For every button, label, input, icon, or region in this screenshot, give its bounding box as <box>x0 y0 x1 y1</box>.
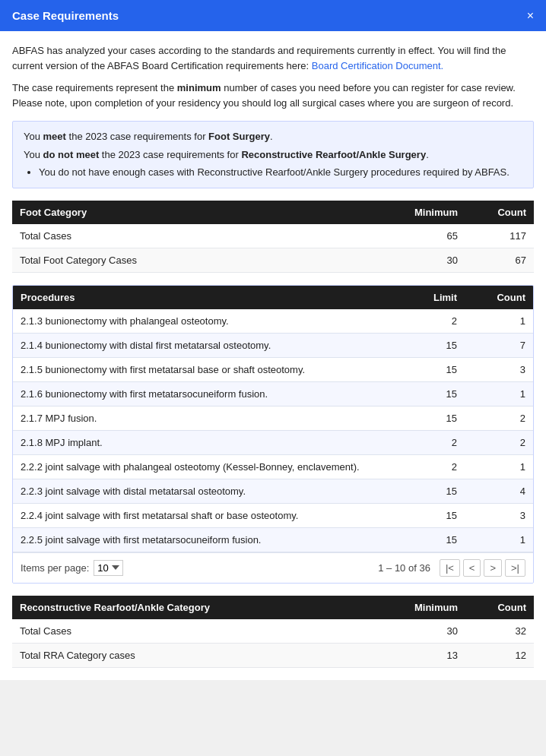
proc-row-count: 3 <box>465 503 533 527</box>
modal-title: Case Requirements <box>12 9 119 22</box>
proc-row-count: 1 <box>465 454 533 479</box>
page-range-info: 1 – 10 of 36 <box>378 562 430 574</box>
proc-count-col-header: Count <box>465 286 533 309</box>
foot-row-count: 67 <box>465 248 534 272</box>
proc-row-limit: 15 <box>396 381 465 406</box>
proc-row-count: 1 <box>465 527 533 552</box>
rra-row-name: Total Cases <box>12 619 397 644</box>
close-button[interactable]: × <box>527 10 534 22</box>
case-requirements-modal: Case Requirements × ABFAS has analyzed y… <box>0 0 546 680</box>
foot-count-col-header: Count <box>465 201 534 224</box>
proc-row-name: 2.1.7 MPJ fusion. <box>13 406 396 430</box>
table-row: 2.1.8 MPJ implant. 2 2 <box>13 430 533 454</box>
table-row: 2.2.5 joint salvage with first metatarso… <box>13 527 533 552</box>
foot-category-table: Foot Category Minimum Count Total Cases … <box>12 201 534 273</box>
proc-limit-col-header: Limit <box>396 286 465 309</box>
proc-row-name: 2.1.3 bunionectomy with phalangeal osteo… <box>13 309 396 334</box>
proc-row-limit: 15 <box>396 333 465 357</box>
procedures-container: Procedures Limit Count 2.1.3 bunionectom… <box>12 285 534 584</box>
intro-paragraph-2: The case requirements represent the mini… <box>12 81 534 110</box>
proc-row-count: 1 <box>465 309 533 334</box>
table-row: 2.1.6 bunionectomy with first metatarsoc… <box>13 381 533 406</box>
pagination-right: 1 – 10 of 36 |< < > >| <box>378 559 525 577</box>
rra-row-count: 12 <box>465 643 534 667</box>
proc-row-count: 3 <box>465 357 533 381</box>
rra-row-name: Total RRA Category cases <box>12 643 397 667</box>
table-row: 2.1.4 bunionectomy with distal first met… <box>13 333 533 357</box>
board-cert-link[interactable]: Board Certification Document. <box>312 60 443 71</box>
table-row: 2.1.7 MPJ fusion. 15 2 <box>13 406 533 430</box>
proc-row-name: 2.1.6 bunionectomy with first metatarsoc… <box>13 381 396 406</box>
foot-minimum-col-header: Minimum <box>397 201 465 224</box>
rra-row-minimum: 30 <box>397 619 465 644</box>
foot-category-col-header: Foot Category <box>12 201 397 224</box>
proc-row-limit: 15 <box>396 503 465 527</box>
rra-row-minimum: 13 <box>397 643 465 667</box>
table-row: Total Cases 65 117 <box>12 224 534 248</box>
proc-row-limit: 15 <box>396 479 465 503</box>
proc-row-name: 2.2.2 joint salvage with phalangeal oste… <box>13 454 396 479</box>
rra-count-col-header: Count <box>465 596 534 619</box>
alert-line-2: You do not meet the 2023 case requiremen… <box>24 147 522 163</box>
proc-row-limit: 15 <box>396 406 465 430</box>
rra-row-count: 32 <box>465 619 534 644</box>
foot-row-minimum: 65 <box>397 224 465 248</box>
proc-row-name: 2.2.4 joint salvage with first metatarsa… <box>13 503 396 527</box>
proc-row-name: 2.2.5 joint salvage with first metatarso… <box>13 527 396 552</box>
alert-rra: Reconstructive Rearfoot/Ankle Surgery <box>241 149 426 160</box>
proc-row-count: 1 <box>465 381 533 406</box>
proc-row-name: 2.1.4 bunionectomy with distal first met… <box>13 333 396 357</box>
rra-minimum-col-header: Minimum <box>397 596 465 619</box>
table-row: Total Cases 30 32 <box>12 619 534 644</box>
prev-page-button[interactable]: < <box>463 559 481 577</box>
alert-bullet-1: You do not have enough cases with Recons… <box>39 165 522 180</box>
proc-row-limit: 2 <box>396 309 465 334</box>
proc-row-limit: 2 <box>396 430 465 454</box>
alert-list: You do not have enough cases with Recons… <box>39 165 522 180</box>
proc-row-name: 2.1.8 MPJ implant. <box>13 430 396 454</box>
foot-row-name: Total Foot Category Cases <box>12 248 397 272</box>
items-per-page-select[interactable]: 5102550 <box>94 560 123 576</box>
next-page-button[interactable]: > <box>484 559 502 577</box>
proc-row-count: 2 <box>465 406 533 430</box>
proc-row-name: 2.2.3 joint salvage with distal metatars… <box>13 479 396 503</box>
table-row: 2.2.2 joint salvage with phalangeal oste… <box>13 454 533 479</box>
alert-line-1: You meet the 2023 case requirements for … <box>24 129 522 144</box>
intro-paragraph-1: ABFAS has analyzed your cases according … <box>12 43 534 73</box>
modal-header: Case Requirements × <box>0 0 546 31</box>
rra-table: Reconstructive Rearfoot/Ankle Category M… <box>12 596 534 668</box>
alert-box: You meet the 2023 case requirements for … <box>12 121 534 188</box>
alert-foot-surgery: Foot Surgery <box>208 131 270 142</box>
proc-row-limit: 2 <box>396 454 465 479</box>
alert-meet: meet <box>43 131 66 142</box>
intro-note-prefix: The case requirements represent the <box>12 82 177 93</box>
table-row: 2.2.3 joint salvage with distal metatars… <box>13 479 533 503</box>
table-row: Total RRA Category cases 13 12 <box>12 643 534 667</box>
table-row: 2.1.3 bunionectomy with phalangeal osteo… <box>13 309 533 334</box>
proc-row-count: 2 <box>465 430 533 454</box>
rra-category-col-header: Reconstructive Rearfoot/Ankle Category <box>12 596 397 619</box>
pagination-left: Items per page: 5102550 <box>21 560 123 576</box>
foot-row-name: Total Cases <box>12 224 397 248</box>
proc-row-limit: 15 <box>396 527 465 552</box>
first-page-button[interactable]: |< <box>440 559 460 577</box>
pagination-bar: Items per page: 5102550 1 – 10 of 36 |< … <box>13 552 533 583</box>
intro-note-bold: minimum <box>177 82 221 93</box>
last-page-button[interactable]: >| <box>505 559 525 577</box>
alert-do-not-meet: do not meet <box>43 149 100 160</box>
proc-row-count: 7 <box>465 333 533 357</box>
table-row: 2.1.5 bunionectomy with first metatarsal… <box>13 357 533 381</box>
proc-name-col-header: Procedures <box>13 286 396 309</box>
table-row: Total Foot Category Cases 30 67 <box>12 248 534 272</box>
foot-row-minimum: 30 <box>397 248 465 272</box>
proc-row-count: 4 <box>465 479 533 503</box>
modal-body: ABFAS has analyzed your cases according … <box>0 31 546 680</box>
procedures-table: Procedures Limit Count 2.1.3 bunionectom… <box>13 286 533 552</box>
table-row: 2.2.4 joint salvage with first metatarsa… <box>13 503 533 527</box>
foot-row-count: 117 <box>465 224 534 248</box>
proc-row-name: 2.1.5 bunionectomy with first metatarsal… <box>13 357 396 381</box>
proc-row-limit: 15 <box>396 357 465 381</box>
items-per-page-label: Items per page: <box>21 562 89 574</box>
